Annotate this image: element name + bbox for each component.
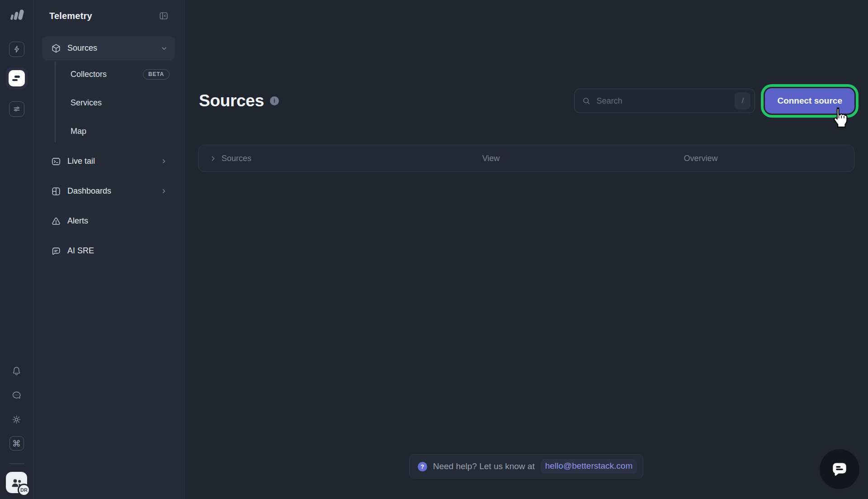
sidebar-item-label: Sources — [67, 43, 97, 53]
collapse-panel-icon — [159, 11, 169, 21]
chevron-right-icon — [160, 158, 168, 165]
terminal-icon — [51, 157, 61, 166]
chevron-right-icon — [160, 188, 168, 195]
sidebar-item-sources[interactable]: Sources — [42, 36, 175, 60]
sources-table-header: Sources View Overview — [198, 145, 854, 172]
help-message: Need help? Let us know at — [433, 461, 535, 471]
sidebar-item-services[interactable]: Services — [33, 89, 184, 117]
search-input[interactable] — [596, 96, 729, 106]
help-bar: ? Need help? Let us know at hello@better… — [409, 454, 644, 479]
table-group-label: Sources — [222, 154, 251, 163]
telemetry-logs-icon — [9, 70, 25, 86]
main-content: Sources i / Connect source — [184, 0, 868, 499]
table-column-view: View — [390, 154, 592, 163]
log-line — [14, 76, 20, 78]
chevron-down-icon — [160, 45, 168, 52]
search-icon — [582, 96, 591, 105]
app-root: ⌘ DR Telemetry — [0, 0, 868, 499]
sources-subnav: Collectors BETA Services Map — [33, 60, 184, 146]
theme-toggle-button[interactable] — [11, 414, 22, 425]
chat-bubble-lines-icon — [51, 246, 61, 256]
dashboard-grid-icon — [51, 186, 61, 196]
sidebar-item-label: AI SRE — [67, 246, 94, 256]
chat-dots-icon — [11, 390, 22, 400]
connect-source-wrap: Connect source — [765, 88, 854, 114]
notifications-bell-button[interactable] — [11, 365, 22, 376]
sidebar-item-map[interactable]: Map — [33, 117, 184, 146]
sidebar-header: Telemetry — [33, 0, 184, 32]
chat-bubble-icon — [830, 459, 849, 479]
sidebar-item-live-tail[interactable]: Live tail — [42, 149, 175, 173]
page-title: Sources — [199, 91, 264, 110]
alert-triangle-icon — [51, 216, 61, 226]
betterstack-logo-icon[interactable] — [7, 6, 26, 24]
chevron-right-icon — [209, 155, 217, 162]
connect-source-button[interactable]: Connect source — [765, 88, 854, 114]
sidebar-item-label: Map — [71, 127, 86, 136]
telemetry-product-button-active[interactable] — [6, 67, 28, 89]
command-icon: ⌘ — [12, 439, 21, 448]
rail-divider — [9, 463, 24, 464]
sidebar: Telemetry Sources — [33, 0, 184, 499]
search-box[interactable]: / — [574, 89, 755, 113]
log-line — [12, 79, 18, 81]
collapse-sidebar-button[interactable] — [158, 10, 169, 21]
sidebar-title: Telemetry — [49, 11, 92, 21]
help-email-link[interactable]: hello@betterstack.com — [541, 459, 637, 474]
sidebar-item-alerts[interactable]: Alerts — [42, 209, 175, 233]
sidebar-item-label: Alerts — [67, 216, 88, 226]
sidebar-item-label: Services — [71, 98, 102, 108]
sidebar-item-label: Collectors — [71, 70, 107, 79]
workspace-avatar[interactable]: DR — [6, 472, 27, 493]
rail-bottom-group: ⌘ DR — [6, 365, 27, 493]
sidebar-item-label: Live tail — [67, 157, 95, 166]
sliders-icon — [12, 105, 21, 114]
sidebar-item-ai-sre[interactable]: AI SRE — [42, 239, 175, 263]
table-group-sources[interactable]: Sources — [209, 154, 390, 163]
sidebar-item-collectors[interactable]: Collectors BETA — [33, 60, 184, 89]
sun-icon — [11, 414, 22, 425]
uptime-product-button[interactable] — [9, 42, 24, 57]
settings-product-button[interactable] — [9, 101, 24, 117]
question-icon: ? — [418, 462, 427, 471]
shortcuts-command-button[interactable]: ⌘ — [9, 436, 24, 451]
cube-icon — [51, 43, 61, 53]
beta-badge: BETA — [143, 69, 170, 80]
bell-icon — [11, 366, 22, 376]
lightning-icon — [12, 45, 21, 54]
info-icon[interactable]: i — [270, 96, 279, 105]
user-initials-badge: DR — [18, 484, 30, 496]
product-rail: ⌘ DR — [0, 0, 33, 499]
page-header: Sources i / Connect source — [198, 88, 854, 114]
header-actions: / Connect source — [574, 88, 854, 114]
sidebar-item-label: Dashboards — [67, 186, 111, 196]
search-shortcut-key: / — [735, 92, 750, 109]
table-column-overview: Overview — [592, 154, 810, 163]
sidebar-item-dashboards[interactable]: Dashboards — [42, 179, 175, 203]
live-chat-fab[interactable] — [820, 449, 859, 489]
feedback-chat-button[interactable] — [11, 390, 22, 400]
